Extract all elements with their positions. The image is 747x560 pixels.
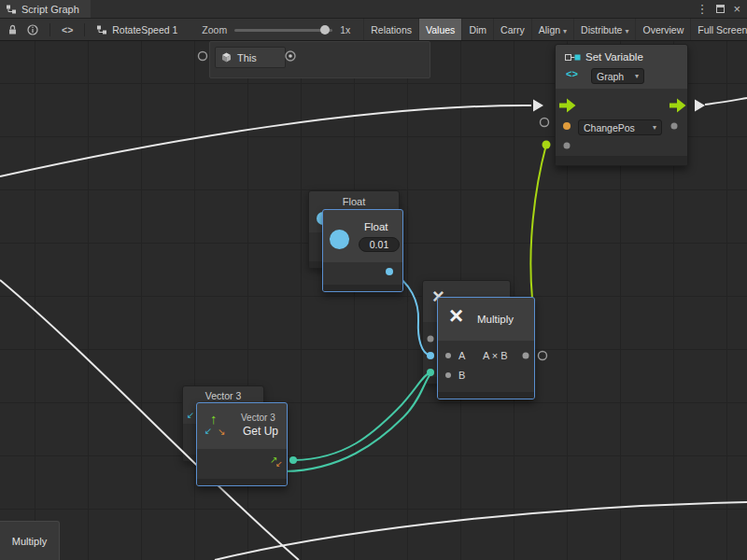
float-node[interactable]: Float 0.01 (322, 209, 403, 292)
node-footer (556, 156, 687, 165)
variable-name-dropdown[interactable]: ChangePos ▾ (578, 119, 662, 135)
align-button[interactable]: Align▾ (531, 19, 573, 41)
zoom-label: Zoom (202, 24, 227, 35)
chevron-down-icon: ▾ (635, 72, 639, 80)
dim-button[interactable]: Dim (461, 19, 493, 41)
kebab-menu-icon[interactable]: ⋮ (696, 2, 708, 16)
chevron-down-icon: ▾ (653, 123, 656, 132)
set-variable-node[interactable]: Set Variable <> Graph ▾ ChangePos ▾ (555, 44, 688, 166)
node-footer (323, 285, 402, 291)
distribute-button[interactable]: Distribute▾ (573, 19, 635, 41)
zoom-slider-track[interactable] (234, 29, 332, 32)
this-input-port[interactable] (199, 52, 207, 61)
wire-multiply-to-setvariable (530, 145, 546, 299)
wire-flow-out (705, 98, 747, 105)
multiply-node[interactable]: × Multiply A A × B B (437, 297, 535, 399)
float-title: Float (364, 221, 388, 232)
graph-canvas[interactable]: This Set Variable <> Graph ▾ ChangePos ▾… (0, 41, 747, 560)
corner-multiply-node[interactable]: Multiply (0, 521, 60, 560)
multiply-x-icon: × (449, 301, 463, 330)
down-right-arrow-icon: ↘ (218, 427, 225, 437)
chevron-down-icon: ▾ (563, 27, 567, 35)
multiply-output-port[interactable] (539, 352, 547, 360)
zoom-value: 1x (340, 24, 350, 35)
lock-icon[interactable] (7, 24, 18, 35)
diagonal-arrow-icon: ↙ (187, 410, 194, 420)
mini-down-left-arrow-icon: ↙ (275, 459, 283, 469)
node-footer (438, 392, 534, 399)
toolbar-divider (84, 23, 85, 36)
values-button[interactable]: Values (418, 19, 461, 41)
down-left-arrow-icon: ↙ (204, 426, 212, 436)
variable-unit-icon (565, 53, 581, 62)
wire-getup-to-multiply-b (294, 372, 430, 460)
graph-type-icon: <> (566, 68, 578, 79)
script-graph-icon (96, 24, 107, 35)
get-up-title: Get Up (243, 425, 278, 438)
get-up-node[interactable]: ↑ ↙ ↘ Vector 3 Get Up ↗ ↙ (196, 402, 288, 486)
wire-flow-in (0, 105, 531, 176)
info-icon[interactable] (27, 24, 38, 35)
corner-multiply-title: Multiply (12, 536, 47, 547)
close-icon[interactable]: × (733, 2, 740, 16)
breadcrumb-graph-name[interactable]: RotateSpeed 1 (96, 24, 177, 35)
chevron-down-icon: ▾ (625, 27, 628, 35)
graph-icon (6, 4, 17, 15)
multiply-title: Multiply (477, 314, 514, 325)
window-title: Script Graph (21, 4, 79, 15)
wire-getup-ghost-to-multiply-b (285, 374, 430, 471)
cube-icon (221, 52, 232, 63)
full-screen-button[interactable]: Full Screen (690, 19, 747, 41)
carry-button[interactable]: Carry (493, 19, 531, 41)
float-ghost-title: Float (309, 196, 399, 207)
flow-out-triangle[interactable] (695, 100, 705, 112)
wire-bottom (215, 502, 747, 560)
setvariable-unconnected-port[interactable] (541, 119, 549, 127)
this-node[interactable]: This (215, 47, 286, 68)
toolbar-divider (49, 23, 50, 36)
port-out-label: A × B (483, 350, 508, 361)
overview-button[interactable]: Overview (635, 19, 690, 41)
getup-output-port[interactable] (289, 456, 297, 464)
port-a-label: A (458, 350, 465, 361)
tab-script-graph[interactable]: Script Graph (0, 0, 91, 18)
float-value-input[interactable]: 0.01 (359, 237, 400, 252)
titlebar-controls: ⋮ × (696, 0, 747, 18)
graph-toolbar: <> RotateSpeed 1 Zoom 1x Relations Value… (0, 19, 747, 41)
set-variable-title: Set Variable (585, 51, 643, 63)
vector3-ghost-title: Vector 3 (183, 390, 263, 401)
flow-in-triangle[interactable] (533, 100, 543, 112)
this-node-panel[interactable]: This (209, 41, 430, 78)
zoom-slider[interactable] (234, 23, 332, 36)
titlebar: Script Graph ⋮ × (0, 0, 747, 19)
up-arrow-icon: ↑ (210, 411, 218, 427)
kind-dropdown[interactable]: Graph ▾ (591, 68, 644, 84)
port-b-label: B (458, 370, 465, 381)
this-node-label: This (237, 52, 257, 63)
code-brackets-icon[interactable]: <> (62, 24, 73, 35)
float-dot-icon (330, 230, 349, 249)
restore-window-icon[interactable] (715, 1, 726, 18)
get-up-type: Vector 3 (241, 413, 275, 423)
node-footer (197, 479, 287, 485)
zoom-slider-handle[interactable] (320, 25, 330, 35)
setvariable-wire-end-port[interactable] (543, 141, 551, 149)
relations-button[interactable]: Relations (363, 19, 418, 41)
